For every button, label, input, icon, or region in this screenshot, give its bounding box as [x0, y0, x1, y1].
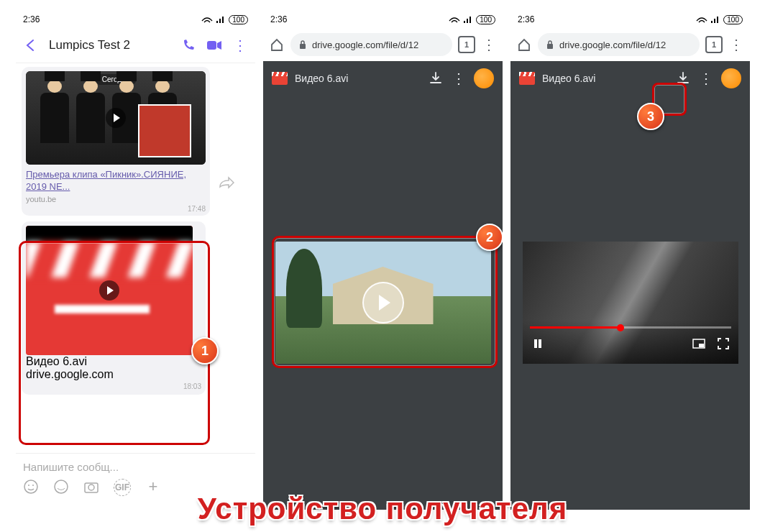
status-time: 2:36: [518, 14, 534, 24]
link-title: Премьера клипа «Пикник».СИЯНИЕ, 2019 NE.…: [26, 169, 206, 193]
home-icon[interactable]: [269, 37, 285, 52]
svg-point-6: [88, 485, 94, 490]
svg-rect-0: [207, 41, 216, 50]
drive-more-icon[interactable]: ⋮: [451, 70, 467, 86]
video-preview[interactable]: [275, 242, 491, 364]
preview-area: [263, 96, 503, 510]
url-text: drive.google.com/file/d/12: [312, 40, 418, 50]
browser-more-icon[interactable]: ⋮: [728, 37, 744, 52]
drive-thumb: [26, 226, 193, 355]
status-time: 2:36: [23, 14, 40, 24]
battery-label: 100: [229, 15, 248, 24]
svg-rect-12: [699, 344, 704, 347]
step-marker-3: 3: [637, 103, 664, 130]
step-marker-2: 2: [476, 224, 503, 251]
avatar[interactable]: [474, 68, 494, 88]
pip-icon[interactable]: [691, 336, 707, 352]
drive-header: Видео 6.avi ⋮: [263, 61, 503, 96]
video-player[interactable]: [523, 242, 738, 364]
play-icon: [362, 282, 404, 324]
drive-header: Видео 6.avi ⋮: [510, 61, 750, 96]
message-input[interactable]: Напишите сообщ...: [23, 458, 248, 479]
preview-area: [510, 96, 750, 510]
url-bar[interactable]: drive.google.com/file/d/12: [290, 33, 452, 56]
status-bar: 2:36 100: [510, 11, 750, 28]
download-icon[interactable]: [428, 70, 444, 86]
signal-icon: [463, 15, 473, 24]
lock-icon: [545, 40, 555, 50]
play-icon: [106, 108, 126, 128]
clapper-icon: [519, 72, 535, 85]
browser-bar: drive.google.com/file/d/12 1 ⋮: [263, 28, 503, 61]
step-marker-1: 1: [191, 337, 219, 364]
video-call-icon[interactable]: [206, 37, 222, 53]
progress-bar[interactable]: [530, 326, 731, 329]
fullscreen-icon[interactable]: [715, 336, 731, 352]
svg-rect-9: [534, 339, 537, 348]
back-icon[interactable]: [23, 37, 39, 53]
signal-icon: [710, 15, 720, 24]
drive-filename: Видео 6.avi: [295, 73, 421, 84]
avatar[interactable]: [721, 68, 741, 88]
status-right: 100: [201, 15, 248, 24]
file-title: Видео 6.avi: [26, 355, 201, 368]
bottom-caption: Устройство получателя: [0, 492, 765, 526]
more-icon[interactable]: ⋮: [232, 37, 248, 53]
tutorial-canvas: 2:36 100 Lumpics Test 2 ⋮ Сегодня: [0, 0, 765, 532]
clapper-icon: [272, 72, 288, 85]
chat-title: Lumpics Test 2: [49, 38, 170, 52]
phone-3-drive-playing: 2:36 100 drive.google.com/file/d/12 1 ⋮ …: [510, 11, 750, 510]
msg-time: 18:03: [26, 382, 201, 390]
svg-rect-7: [300, 44, 306, 49]
player-controls: [523, 321, 738, 364]
wifi-icon: [696, 15, 707, 24]
tab-count[interactable]: 1: [458, 36, 475, 53]
status-bar: 2:36 100: [263, 11, 503, 28]
status-bar: 2:36 100: [16, 11, 255, 28]
wifi-icon: [201, 15, 213, 24]
drive-more-icon[interactable]: ⋮: [698, 70, 714, 86]
link-domain: youtu.be: [26, 195, 206, 203]
message-drive-card[interactable]: Видео 6.avi drive.google.com 18:03: [22, 221, 206, 395]
tab-count[interactable]: 1: [705, 36, 723, 53]
browser-more-icon[interactable]: ⋮: [481, 37, 497, 52]
msg-time: 17:48: [26, 205, 206, 213]
url-bar[interactable]: drive.google.com/file/d/12: [538, 33, 700, 56]
pause-icon[interactable]: [530, 336, 546, 352]
battery-label: 100: [723, 15, 743, 24]
file-domain: drive.google.com: [26, 368, 201, 381]
message-youtube-card[interactable]: Сегодня Премьера клипа «Пикник».СИЯНИЕ, …: [22, 67, 210, 216]
svg-point-2: [28, 485, 29, 486]
svg-rect-8: [547, 44, 553, 49]
chat-area: Сегодня Премьера клипа «Пикник».СИЯНИЕ, …: [16, 63, 255, 459]
svg-point-3: [32, 485, 34, 486]
call-icon[interactable]: [180, 37, 196, 53]
wifi-icon: [449, 15, 460, 24]
phone-1-viber: 2:36 100 Lumpics Test 2 ⋮ Сегодня: [16, 11, 255, 510]
home-icon[interactable]: [516, 37, 532, 52]
lock-icon: [298, 40, 308, 50]
download-icon[interactable]: [675, 70, 691, 86]
url-text: drive.google.com/file/d/12: [559, 40, 666, 50]
drive-filename: Видео 6.avi: [542, 73, 668, 84]
signal-icon: [216, 15, 226, 24]
browser-bar: drive.google.com/file/d/12 1 ⋮: [510, 28, 750, 61]
svg-rect-10: [539, 339, 541, 348]
play-icon: [99, 280, 119, 301]
youtube-thumb: Сегодня: [26, 71, 206, 165]
battery-label: 100: [476, 15, 495, 24]
status-time: 2:36: [270, 14, 287, 24]
phone-2-drive-preview: 2:36 100 drive.google.com/file/d/12 1 ⋮ …: [263, 11, 503, 510]
chat-header: Lumpics Test 2 ⋮: [16, 28, 255, 63]
forward-icon[interactable]: [219, 175, 234, 191]
